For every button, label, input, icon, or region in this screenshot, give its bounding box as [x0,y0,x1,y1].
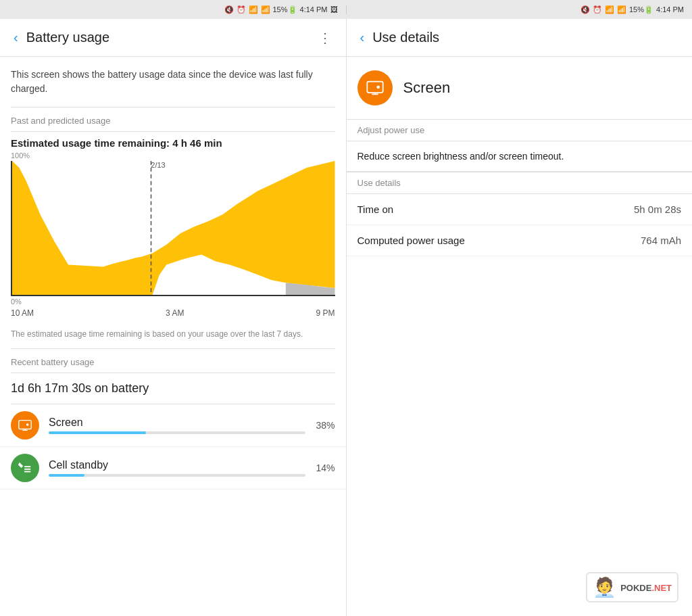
svg-point-1 [26,423,29,426]
adjust-power-text: Reduce screen brightness and/or screen t… [347,141,693,172]
chart-zero-label-row: 0% [11,298,335,306]
cell-standby-usage-percent: 14% [311,463,335,473]
left-app-bar-title: Battery usage [26,30,316,45]
time-right: 4:14 PM [656,5,684,14]
battery-chart: 100% 2/13 [0,151,346,323]
computed-power-row: Computed power usage 764 mAh [347,225,693,256]
cell-standby-usage-name: Cell standby [49,459,305,471]
watermark-text: POKDE.NET [620,582,672,594]
chart-time-middle: 3 AM [166,308,184,318]
svg-rect-2 [24,469,30,470]
signal-icon-left: 📶 [261,5,270,14]
screen-usage-bar-fill [49,431,146,434]
right-app-bar: ‹ Use details [347,19,693,57]
right-back-button[interactable]: ‹ [357,27,368,48]
left-app-bar: ‹ Battery usage ⋮ [0,19,346,57]
chart-note-text: The estimated usage time remaining is ba… [0,323,346,348]
chart-wrapper: 2/13 [11,161,335,296]
status-bar-left: 🔇 ⏰ 📶 📶 15%🔋 4:14 PM 🖼 [0,5,347,14]
svg-rect-3 [24,466,30,467]
svg-rect-4 [24,471,30,472]
chart-date-label: 2/13 [151,161,165,169]
usage-item-cell-standby[interactable]: Cell standby 14% [0,447,346,490]
main-area: ‹ Battery usage ⋮ This screen shows the … [0,19,692,616]
past-predicted-header: Past and predicted usage [0,108,346,131]
detail-screen-title: Screen [403,79,451,97]
signal-icon-right: 📶 [617,5,626,14]
status-bar: 🔇 ⏰ 📶 📶 15%🔋 4:14 PM 🖼 🔇 ⏰ 📶 📶 15%🔋 4:14… [0,0,692,19]
chart-labels-bottom: 10 AM 3 AM 9 PM [11,308,335,318]
screen-usage-name: Screen [49,417,305,429]
watermark-box: 🧑‍💼 POKDE.NET [586,572,678,602]
battery-left: 15%🔋 [273,5,297,14]
time-on-value: 5h 0m 28s [634,204,681,215]
mute-icon-right: 🔇 [580,5,590,14]
battery-chart-svg [12,161,335,295]
clock-icon-left: ⏰ [237,5,246,14]
estimated-time-text: Estimated usage time remaining: 4 h 46 m… [0,132,346,151]
cell-standby-usage-details: Cell standby [49,459,305,477]
computed-power-label: Computed power usage [357,235,641,246]
chart-labels-top: 100% [11,151,335,160]
battery-duration-text: 1d 6h 17m 30s on battery [0,373,346,404]
right-panel: ‹ Use details Screen Adjust power use Re… [347,19,693,616]
wifi-icon-left: 📶 [249,5,258,14]
cell-standby-icon [11,454,39,482]
screen-icon [11,411,39,440]
chart-0-label: 0% [11,298,22,306]
time-left: 4:14 PM [300,5,328,14]
computed-power-value: 764 mAh [641,235,681,246]
cell-standby-usage-bar-track [49,474,305,477]
left-panel: ‹ Battery usage ⋮ This screen shows the … [0,19,347,616]
watermark-figure: 🧑‍💼 [593,576,616,598]
chart-time-left: 10 AM [11,308,34,318]
right-app-bar-title: Use details [372,30,439,45]
screen-usage-percent: 38% [311,420,335,431]
time-on-row: Time on 5h 0m 28s [347,194,693,225]
image-icon-left: 🖼 [330,5,338,14]
detail-header: Screen [347,57,693,119]
svg-point-6 [376,86,380,89]
detail-screen-icon [357,70,393,105]
time-on-label: Time on [357,204,634,215]
chart-time-right: 9 PM [316,308,335,318]
chart-100-label: 100% [11,151,30,160]
left-back-button[interactable]: ‹ [11,27,21,48]
wifi-icon-right: 📶 [605,5,614,14]
adjust-power-label: Adjust power use [347,119,693,141]
status-bar-right: 🔇 ⏰ 📶 📶 15%🔋 4:14 PM [347,5,693,14]
chart-yellow-area [12,161,335,295]
use-details-label: Use details [347,172,693,194]
screen-usage-details: Screen [49,417,305,434]
recent-battery-header: Recent battery usage [0,349,346,373]
svg-rect-0 [19,420,31,429]
screen-usage-bar-track [49,431,305,434]
watermark: 🧑‍💼 POKDE.NET [586,572,678,602]
usage-item-screen[interactable]: Screen 38% [0,404,346,447]
battery-info-text: This screen shows the battery usage data… [0,57,346,107]
battery-right: 15%🔋 [629,5,653,14]
svg-rect-5 [367,82,382,93]
more-options-button[interactable]: ⋮ [316,27,335,49]
cell-standby-usage-bar-fill [49,474,84,477]
mute-icon-left: 🔇 [224,5,234,14]
clock-icon-right: ⏰ [593,5,602,14]
